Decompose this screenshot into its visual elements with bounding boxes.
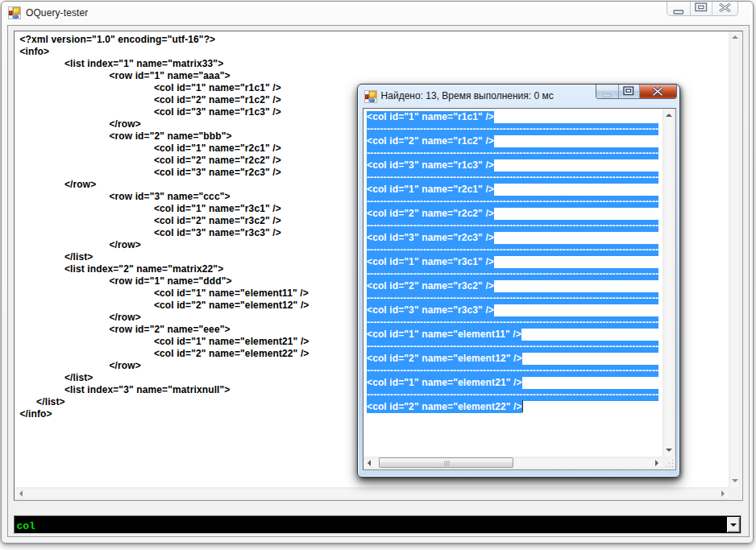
query-combobox[interactable]: col — [14, 515, 741, 534]
maximize-icon — [695, 1, 708, 15]
chevron-down-icon — [730, 523, 737, 527]
scroll-left-icon[interactable] — [368, 460, 371, 466]
result-separator: ----------------------------------------… — [367, 196, 658, 208]
result-item[interactable]: <col id="1" name="r3c1" /> — [367, 256, 494, 268]
scrollbar-thumb[interactable] — [379, 457, 513, 468]
close-icon — [651, 85, 664, 99]
result-window-title: Найдено: 13, Время выполнения: 0 мс — [381, 90, 554, 102]
result-list-textbox[interactable]: <col id="1" name="r1c1" />--------------… — [363, 108, 677, 470]
scroll-down-icon[interactable] — [732, 479, 738, 482]
result-separator: ----------------------------------------… — [367, 268, 658, 280]
minimize-button[interactable] — [667, 2, 690, 15]
result-separator: ----------------------------------------… — [367, 389, 658, 401]
result-separator: ----------------------------------------… — [367, 220, 658, 232]
vertical-scrollbar[interactable] — [663, 109, 675, 457]
result-item[interactable]: <col id="3" name="r3c3" /> — [367, 304, 494, 316]
app-icon — [8, 6, 21, 19]
result-window: Найдено: 13, Время выполнения: 0 мс <col… — [357, 84, 680, 478]
scroll-left-icon[interactable] — [19, 490, 23, 497]
query-combobox-value: col — [17, 520, 35, 532]
result-item[interactable]: <col id="1" name="element11" /> — [367, 329, 521, 341]
horizontal-scrollbar[interactable] — [15, 487, 729, 500]
combobox-dropdown-button[interactable] — [727, 517, 740, 532]
result-separator: ----------------------------------------… — [367, 147, 658, 159]
app-icon — [364, 90, 377, 103]
result-separator: ----------------------------------------… — [367, 365, 658, 377]
result-separator: ----------------------------------------… — [367, 123, 658, 135]
scroll-right-icon[interactable] — [721, 490, 725, 497]
scroll-up-icon[interactable] — [666, 114, 672, 117]
main-caption-buttons — [667, 2, 738, 16]
close-button[interactable] — [712, 2, 737, 15]
horizontal-scrollbar[interactable] — [363, 457, 663, 469]
result-item[interactable]: <col id="3" name="r2c3" /> — [367, 232, 494, 244]
result-item[interactable]: <col id="2" name="r3c2" /> — [367, 280, 494, 292]
result-item[interactable]: <col id="3" name="r1c3" /> — [367, 159, 494, 172]
result-item[interactable]: <col id="1" name="r1c1" /> — [367, 111, 494, 123]
resize-grip-icon — [672, 466, 674, 468]
result-separator: ----------------------------------------… — [367, 172, 658, 184]
scroll-right-icon[interactable] — [655, 460, 658, 466]
scroll-up-icon[interactable] — [732, 35, 738, 39]
result-item[interactable]: <col id="2" name="r2c2" /> — [367, 208, 494, 220]
vertical-scrollbar[interactable] — [729, 31, 741, 487]
maximize-icon — [623, 85, 634, 99]
scroll-down-icon[interactable] — [666, 449, 672, 452]
result-separator: ----------------------------------------… — [367, 244, 658, 256]
result-list: <col id="1" name="r1c1" />--------------… — [367, 111, 662, 413]
maximize-button[interactable] — [619, 85, 640, 98]
minimize-icon — [602, 87, 612, 99]
scrollbar-corner — [729, 487, 741, 500]
result-separator: ----------------------------------------… — [367, 316, 658, 329]
result-item[interactable]: <col id="1" name="r2c1" /> — [367, 184, 494, 196]
thumb-grip-icon — [447, 461, 447, 466]
resize-grip[interactable] — [663, 457, 675, 469]
result-item[interactable]: <col id="2" name="r1c2" /> — [367, 135, 494, 147]
close-icon — [718, 1, 732, 15]
result-item[interactable]: <col id="2" name="element22" /> — [367, 401, 522, 413]
xml-source-text: <?xml version="1.0" encoding="utf-16"?> … — [19, 34, 309, 420]
result-separator: ----------------------------------------… — [367, 341, 658, 353]
result-caption-buttons — [596, 85, 677, 99]
result-item[interactable]: <col id="2" name="element12" /> — [367, 353, 522, 365]
minimize-icon — [673, 4, 684, 19]
text-caret — [522, 400, 524, 412]
result-item[interactable]: <col id="1" name="element21" /> — [367, 377, 522, 389]
minimize-button[interactable] — [596, 85, 619, 98]
main-titlebar[interactable]: OQuery-tester — [2, 2, 753, 26]
close-button[interactable] — [640, 85, 676, 98]
result-separator: ----------------------------------------… — [367, 292, 658, 304]
maximize-button[interactable] — [690, 2, 712, 15]
main-window-title: OQuery-tester — [26, 7, 88, 19]
